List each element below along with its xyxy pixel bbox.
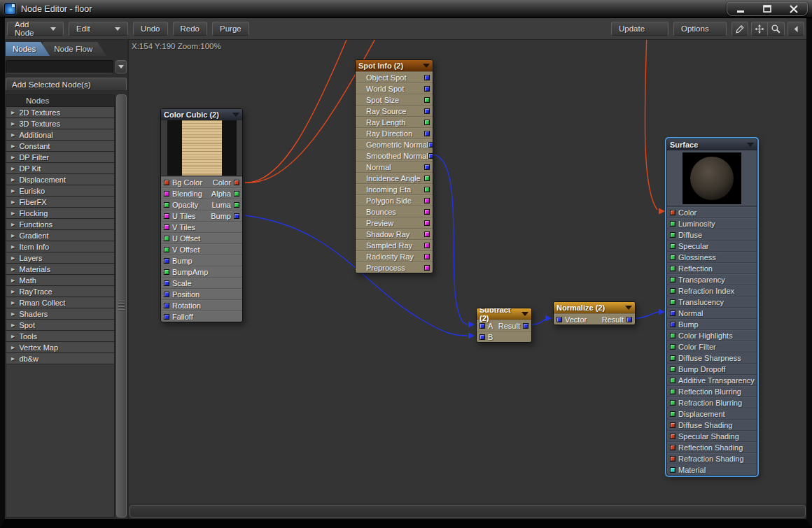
output-port[interactable] (424, 209, 430, 215)
input-port[interactable] (670, 232, 676, 238)
output-port[interactable] (424, 265, 430, 271)
output-port[interactable] (428, 153, 433, 159)
input-port[interactable] (164, 191, 169, 197)
list-item-2d-textures[interactable]: ▶2D Textures (6, 107, 114, 118)
output-port[interactable] (424, 187, 430, 192)
node-subtract[interactable]: Subtract (2)AResultB (476, 308, 532, 343)
output-port[interactable] (424, 120, 430, 125)
list-item-math[interactable]: ▶Math (6, 275, 114, 286)
list-item-spot[interactable]: ▶Spot (6, 320, 114, 331)
list-item-displacement[interactable]: ▶Displacement (6, 174, 114, 185)
list-item-shaders[interactable]: ▶Shaders (6, 308, 114, 320)
input-port[interactable] (670, 456, 676, 462)
input-port[interactable] (670, 378, 676, 383)
input-port[interactable] (164, 202, 169, 208)
input-port[interactable] (670, 445, 676, 450)
output-port[interactable] (424, 75, 430, 80)
output-port[interactable] (424, 131, 430, 136)
node-canvas[interactable]: X:154 Y:190 Zoom:100% Color Cubic (2)Bg … (129, 40, 806, 504)
input-port[interactable] (670, 366, 676, 372)
list-item-constant[interactable]: ▶Constant (6, 141, 114, 152)
output-port[interactable] (424, 220, 430, 226)
input-port[interactable] (670, 210, 676, 215)
list-item-materials[interactable]: ▶Materials (6, 264, 114, 275)
input-port[interactable] (164, 236, 169, 241)
input-port[interactable] (670, 322, 676, 327)
output-port[interactable] (523, 323, 528, 329)
node-header[interactable]: Surface (667, 139, 757, 150)
update-button[interactable]: Update (611, 22, 668, 36)
search-dropdown-button[interactable] (115, 60, 127, 73)
options-button[interactable]: Options (673, 22, 727, 36)
output-port[interactable] (424, 231, 430, 237)
output-port[interactable] (424, 86, 430, 92)
list-item-eurisko[interactable]: ▶Eurisko (6, 185, 114, 197)
node-normalize[interactable]: Normalize (2)VectorResult (553, 301, 636, 325)
node-spot-info[interactable]: Spot Info (2)Object SpotWorld SpotSpot S… (355, 59, 433, 273)
input-port[interactable] (164, 280, 169, 286)
list-item-layers[interactable]: ▶Layers (6, 252, 114, 264)
input-port[interactable] (670, 467, 676, 473)
maximize-button[interactable] (760, 3, 775, 15)
add-node-button[interactable]: Add Node (7, 22, 64, 36)
zoom-tool-button[interactable] (768, 22, 785, 36)
output-port[interactable] (424, 108, 430, 114)
wire-color-out-up-1[interactable] (245, 40, 350, 183)
collapse-panel-button[interactable] (788, 22, 804, 36)
node-header[interactable]: Color Cubic (2) (161, 109, 242, 120)
input-port[interactable] (670, 422, 676, 428)
list-item-functions[interactable]: ▶Functions (6, 219, 114, 230)
wire-subtract-result-to-normalize-vector[interactable] (532, 319, 546, 324)
input-port[interactable] (670, 277, 676, 283)
redo-button[interactable]: Redo (173, 22, 208, 36)
list-item-db-w[interactable]: ▶db&w (6, 353, 114, 364)
input-port[interactable] (670, 221, 676, 227)
output-port[interactable] (234, 191, 239, 197)
output-port[interactable] (424, 176, 430, 181)
output-port[interactable] (234, 180, 239, 185)
list-item-raytrace[interactable]: ▶RayTrace (6, 286, 114, 297)
node-menu-arrow-icon[interactable] (522, 312, 528, 316)
output-port[interactable] (424, 164, 430, 170)
list-item-gradient[interactable]: ▶Gradient (6, 230, 114, 241)
node-header[interactable]: Spot Info (2) (356, 60, 433, 71)
edit-menu-button[interactable]: Edit (69, 22, 128, 36)
list-item-tools[interactable]: ▶Tools (6, 331, 114, 342)
add-selected-nodes-button[interactable]: Add Selected Node(s) (6, 78, 127, 91)
minimize-button[interactable] (733, 3, 748, 15)
undo-button[interactable]: Undo (133, 22, 168, 36)
input-port[interactable] (164, 314, 169, 320)
input-port[interactable] (164, 292, 169, 297)
input-port[interactable] (164, 303, 169, 308)
list-item-rman-collect[interactable]: ▶Rman Collect (6, 297, 114, 308)
output-port[interactable] (234, 213, 239, 219)
input-port[interactable] (479, 334, 485, 340)
close-button[interactable] (786, 3, 802, 15)
input-port[interactable] (670, 344, 676, 350)
node-menu-arrow-icon[interactable] (423, 64, 430, 68)
node-menu-arrow-icon[interactable] (232, 113, 239, 117)
input-port[interactable] (670, 243, 676, 249)
output-port[interactable] (424, 254, 430, 259)
output-port[interactable] (428, 142, 433, 148)
input-port[interactable] (670, 311, 676, 316)
list-item-3d-textures[interactable]: ▶3D Textures (6, 118, 114, 129)
input-port[interactable] (556, 317, 562, 322)
node-header[interactable]: Subtract (2) (477, 308, 531, 320)
wire-smoothednormal-to-subtract-a[interactable] (433, 155, 468, 324)
horizontal-scrollbar-thumb[interactable] (130, 505, 806, 518)
input-port[interactable] (670, 333, 676, 338)
input-port[interactable] (670, 266, 676, 271)
edit-pen-button[interactable] (732, 22, 748, 36)
input-port[interactable] (670, 288, 676, 294)
node-menu-arrow-icon[interactable] (747, 143, 754, 147)
list-item-fiberfx[interactable]: ▶FiberFX (6, 197, 114, 208)
input-port[interactable] (164, 180, 169, 185)
tab-node-flow[interactable]: Node Flow (43, 42, 106, 56)
input-port[interactable] (670, 411, 676, 417)
node-color-cubic[interactable]: Color Cubic (2)Bg ColorColorBlendingAlph… (160, 108, 243, 322)
purge-button[interactable]: Purge (212, 22, 249, 36)
output-port[interactable] (424, 243, 430, 248)
output-port[interactable] (626, 317, 632, 322)
list-item-dp-kit[interactable]: ▶DP Kit (6, 163, 114, 174)
